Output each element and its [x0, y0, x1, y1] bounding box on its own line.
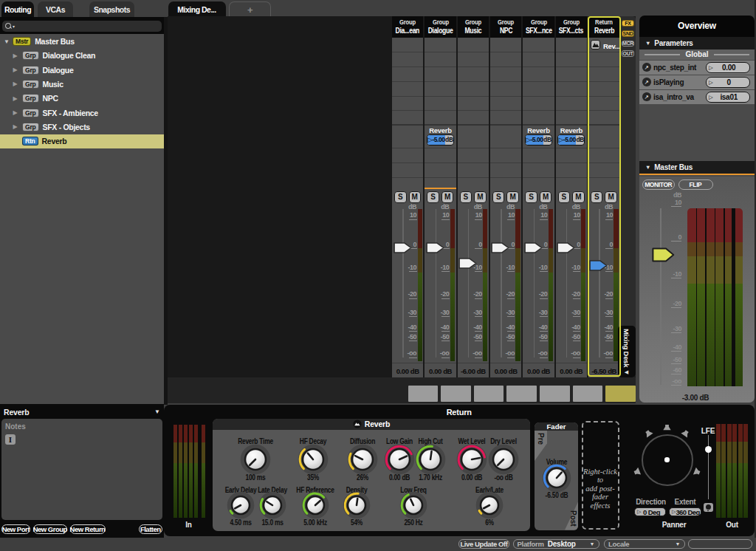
- mute-button[interactable]: M: [474, 191, 487, 204]
- tree-item-npc[interactable]: ▶GrpNPC: [0, 92, 164, 106]
- platform-dropdown[interactable]: Platform Desktop ▼: [513, 539, 599, 550]
- solo-button[interactable]: S: [591, 191, 603, 204]
- fader-track[interactable]: [599, 209, 600, 357]
- rail-button-out[interactable]: OUT: [622, 50, 634, 57]
- tab-routing[interactable]: Routing: [1, 1, 34, 17]
- lfe-slider-handle[interactable]: [705, 446, 712, 453]
- fader-handle[interactable]: [458, 258, 477, 272]
- fader-handle[interactable]: [491, 242, 509, 256]
- expand-icon[interactable]: ▼: [3, 38, 10, 45]
- mixer-strip-npc[interactable]: GroupNPCSMdB100-10-20-30-40-50-oo0.00 dB: [490, 16, 521, 377]
- strip-volume-value[interactable]: 0.00 dB: [490, 367, 521, 375]
- tree-item-dialogue-clean[interactable]: ▶GrpDialogue Clean: [0, 49, 164, 63]
- master-fader-track[interactable]: [660, 208, 662, 385]
- solo-button[interactable]: S: [394, 191, 407, 204]
- navigator-block[interactable]: [573, 386, 602, 402]
- mute-button[interactable]: M: [441, 191, 454, 204]
- master-fader-handle[interactable]: [652, 247, 675, 265]
- fader-track[interactable]: [501, 209, 502, 357]
- new-port-button[interactable]: New Port: [1, 524, 30, 535]
- tree-item-music[interactable]: ▶GrpMusic: [0, 77, 164, 91]
- rail-button-fx[interactable]: FX: [622, 20, 634, 27]
- solo-button[interactable]: S: [558, 191, 571, 204]
- solo-button[interactable]: S: [525, 191, 537, 204]
- tab-snapshots[interactable]: Snapshots: [89, 1, 134, 17]
- post-fader-effects-dropzone[interactable]: Right-click toadd post-fader effects: [582, 421, 619, 530]
- strip-volume-value[interactable]: -6.00 dB: [458, 367, 489, 375]
- collapse-icon[interactable]: ▶: [10, 81, 20, 87]
- collapse-icon[interactable]: ▶: [10, 52, 20, 59]
- rail-button-mcr[interactable]: MCR: [622, 41, 634, 47]
- fader-handle[interactable]: [524, 242, 543, 256]
- new-group-button[interactable]: New Group: [33, 524, 68, 535]
- mixer-strip-music[interactable]: GroupMusicSMdB100-10-20-30-40-50-oo-6.00…: [458, 16, 489, 377]
- strip-volume-value[interactable]: -6.50 dB: [588, 367, 619, 375]
- collapse-icon[interactable]: ▶: [10, 123, 20, 130]
- fader-header[interactable]: Fader: [535, 422, 578, 431]
- parameter-row-npc_step_int[interactable]: ↗npc_step_int▷0.00: [639, 61, 755, 75]
- tree-item-reverb[interactable]: RtnReverb: [0, 134, 164, 148]
- navigator-block[interactable]: [408, 386, 438, 402]
- navigator-block-selected[interactable]: [605, 386, 635, 402]
- send-level-chip[interactable]: ▷-5.00dB: [525, 134, 552, 146]
- collapse-icon[interactable]: ▶: [10, 109, 20, 116]
- fader-track[interactable]: [566, 209, 568, 357]
- strip-volume-value[interactable]: 0.00 dB: [392, 367, 423, 375]
- reverb-effect-header[interactable]: Reverb: [213, 419, 530, 430]
- tab-mixing-desk[interactable]: Mixing De...: [168, 1, 226, 17]
- lfe-slider-track[interactable]: [708, 435, 709, 499]
- parameter-value-box[interactable]: ▷isa01: [706, 92, 750, 103]
- master-bus-section-header[interactable]: ▼ Master Bus: [639, 161, 755, 175]
- mixing-desk-side-tab[interactable]: Mixing Desk◀: [618, 326, 636, 377]
- mixer-strip-sfx-nce[interactable]: GroupSFX...nceReverb▷-5.00dBSMdB100-10-2…: [523, 16, 554, 377]
- fader-track[interactable]: [402, 209, 404, 357]
- tree-item-dialogue[interactable]: ▶GrpDialogue: [0, 63, 164, 77]
- strip-volume-value[interactable]: 0.00 dB: [556, 367, 587, 375]
- collapse-icon[interactable]: ▶: [10, 66, 20, 73]
- tab-vcas[interactable]: VCAs: [38, 1, 73, 17]
- add-tab-button[interactable]: +: [229, 1, 271, 17]
- flip-button[interactable]: FLIP: [678, 179, 713, 191]
- mute-button[interactable]: M: [540, 191, 552, 204]
- fader-handle[interactable]: [557, 242, 575, 256]
- mute-button[interactable]: M: [409, 191, 422, 204]
- fader-track[interactable]: [534, 209, 535, 357]
- strip-fx-chip[interactable]: [591, 40, 600, 49]
- locale-dropdown[interactable]: Locale ▼: [604, 539, 685, 550]
- mute-button[interactable]: M: [572, 191, 585, 204]
- search-input[interactable]: ▾: [2, 21, 162, 32]
- fader-handle[interactable]: [394, 242, 412, 256]
- solo-button[interactable]: S: [460, 191, 472, 204]
- extent-spinner[interactable]: ▷360 Deg: [669, 507, 701, 516]
- monitor-button[interactable]: MONITOR: [642, 179, 676, 191]
- tree-item-sfx-objects[interactable]: ▶GrpSFX - Objects: [0, 120, 164, 134]
- collapse-icon[interactable]: ▶: [10, 95, 20, 102]
- mixer-strip-dialogue[interactable]: GroupDialogueReverb▷-5.00dBSMdB100-10-20…: [425, 16, 456, 377]
- fader-handle[interactable]: [426, 242, 444, 256]
- search-dropdown-icon[interactable]: ▾: [13, 24, 15, 29]
- fader-handle[interactable]: [589, 260, 608, 274]
- fader-track[interactable]: [436, 209, 437, 357]
- parameter-row-isplaying[interactable]: ↗isPlaying▷0: [639, 75, 755, 89]
- strip-volume-value[interactable]: 0.00 dB: [523, 367, 554, 375]
- new-return-button[interactable]: New Return: [70, 524, 106, 535]
- navigator-block[interactable]: [474, 386, 504, 402]
- status-extra-box[interactable]: [688, 539, 752, 550]
- solo-button[interactable]: S: [492, 191, 505, 204]
- parameters-section-header[interactable]: ▼ Parameters: [639, 37, 755, 49]
- master-volume-value[interactable]: -3.00 dB: [672, 394, 719, 402]
- navigator-block[interactable]: [506, 386, 536, 402]
- send-level-chip[interactable]: ▷-5.00dB: [427, 134, 454, 146]
- send-level-chip[interactable]: ▷-5.00dB: [557, 134, 585, 146]
- notes-edit-button[interactable]: I: [5, 434, 16, 445]
- navigator-block[interactable]: [540, 386, 569, 402]
- parameter-value-box[interactable]: ▷0: [706, 77, 750, 88]
- fader-track[interactable]: [468, 209, 470, 357]
- strip-volume-value[interactable]: 0.00 dB: [425, 367, 456, 375]
- direction-spinner[interactable]: ▷0 Deg: [634, 507, 666, 516]
- mixer-strip-sfx-cts[interactable]: GroupSFX...ctsReverb▷-5.00dBSMdB100-10-2…: [556, 16, 587, 377]
- live-update-button[interactable]: Live Update Off: [458, 539, 509, 550]
- collapse-icon[interactable]: ▼: [154, 408, 160, 415]
- tree-item-master-bus[interactable]: ▼MstrMaster Bus: [0, 35, 164, 49]
- detail-header[interactable]: Reverb ▼: [0, 408, 164, 419]
